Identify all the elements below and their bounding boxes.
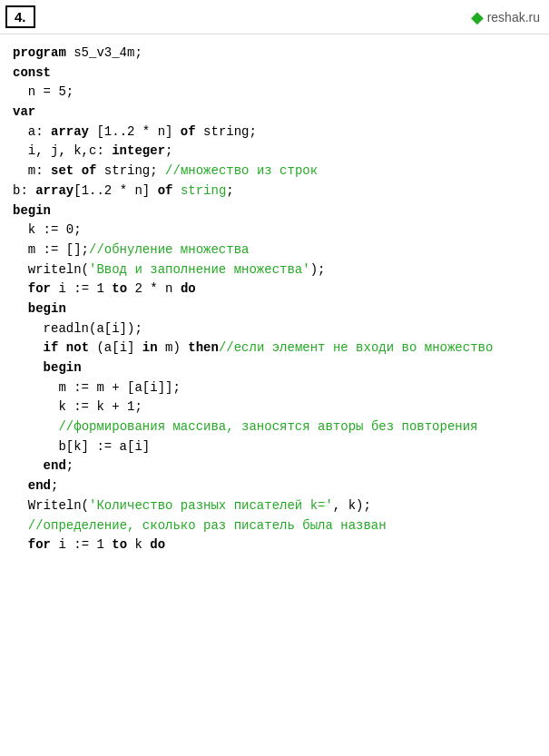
code-token: end <box>28 478 51 493</box>
code-line: k := k + 1; <box>13 398 536 417</box>
code-token: to <box>112 537 127 552</box>
code-token: k := 0; <box>13 222 82 237</box>
code-token: program <box>13 45 66 60</box>
code-token: m := []; <box>13 242 89 257</box>
code-token: [1..2 * n] <box>89 124 181 139</box>
code-line: end; <box>13 457 536 476</box>
code-line: n = 5; <box>13 83 536 103</box>
code-token: //если элемент не входи во множество <box>219 340 493 355</box>
code-token: then <box>188 340 219 355</box>
code-token: (a[i] <box>89 340 142 355</box>
code-token: m := m + [a[i]]; <box>13 380 181 395</box>
code-token: writeln( <box>13 262 89 277</box>
code-token: Writeln( <box>13 498 89 513</box>
code-line: m := [];//обнуление множества <box>13 241 536 260</box>
code-token: string <box>181 183 226 198</box>
code-token: end <box>44 458 66 473</box>
code-token: for <box>28 537 51 552</box>
code-token: ; <box>165 143 172 158</box>
code-token: //обнуление множества <box>89 242 249 257</box>
code-token: ; <box>51 478 58 493</box>
code-token: ; <box>226 183 233 198</box>
code-token: to <box>112 281 127 296</box>
code-line: var <box>13 103 536 123</box>
code-line: k := 0; <box>13 221 536 241</box>
code-line: const <box>13 64 536 83</box>
code-token: var <box>13 104 35 119</box>
page-header: 4. ◆ reshak.ru <box>0 0 549 34</box>
code-token: i := 1 <box>51 537 112 552</box>
code-line: m := m + [a[i]]; <box>13 378 536 398</box>
code-line: //определение, сколько раз писатель была… <box>13 516 536 536</box>
code-line: for i := 1 to k do <box>13 535 536 555</box>
code-token: i, j, k,c: <box>13 143 112 158</box>
code-token: k <box>127 537 150 552</box>
code-token: ); <box>310 262 326 277</box>
code-token: in <box>142 340 158 355</box>
code-line: m: set of string; //множество из строк <box>13 162 536 182</box>
code-token <box>13 518 28 533</box>
code-token: do <box>181 281 196 296</box>
code-line: a: array [1..2 * n] of string; <box>13 123 536 142</box>
code-token: array <box>35 183 74 198</box>
code-line: end; <box>13 476 536 496</box>
code-token: 2 * n <box>127 281 181 296</box>
code-token <box>58 340 65 355</box>
code-token: i := 1 <box>51 281 112 296</box>
code-token <box>13 281 28 296</box>
code-line: for i := 1 to 2 * n do <box>13 280 536 299</box>
code-token: set <box>51 163 74 178</box>
code-token: b: <box>13 183 35 198</box>
site-name: reshak.ru <box>487 10 540 25</box>
code-token <box>13 419 58 434</box>
code-token: [1..2 * n] <box>74 183 157 198</box>
code-token: integer <box>112 143 165 158</box>
code-token: m) <box>158 340 189 355</box>
code-line: i, j, k,c: integer; <box>13 142 536 162</box>
code-token: 'Ввод и заполнение множества' <box>89 262 310 277</box>
code-token <box>13 301 28 316</box>
code-token <box>13 478 28 493</box>
code-line: begin <box>13 299 536 319</box>
code-token: k := k + 1; <box>13 399 142 414</box>
site-logo: ◆ reshak.ru <box>471 7 540 27</box>
code-token: const <box>13 65 51 80</box>
code-token <box>13 458 44 473</box>
code-token: begin <box>28 301 66 316</box>
code-token: of <box>181 124 196 139</box>
code-token: ; <box>66 458 74 473</box>
code-line: program s5_v3_4m; <box>13 44 536 64</box>
code-block: program s5_v3_4m;const n = 5;var a: arra… <box>0 34 549 565</box>
code-token: b[k] := a[i] <box>13 439 150 454</box>
code-token: do <box>150 537 165 552</box>
code-token: if <box>44 340 59 355</box>
code-line: writeln('Ввод и заполнение множества'); <box>13 260 536 280</box>
code-token: of <box>158 183 173 198</box>
code-token <box>74 163 81 178</box>
code-line: readln(a[i]); <box>13 319 536 339</box>
code-token: begin <box>13 203 51 218</box>
code-token: m: <box>13 163 51 178</box>
code-token: //формирования массива, заносятся авторы… <box>58 419 477 434</box>
code-token: begin <box>44 360 82 375</box>
code-line: //формирования массива, заносятся авторы… <box>13 417 536 437</box>
code-line: begin <box>13 201 536 221</box>
code-token <box>13 340 44 355</box>
code-token <box>13 360 44 375</box>
code-token: , k); <box>333 498 371 513</box>
code-token: string; <box>196 124 257 139</box>
code-token: n = 5; <box>13 84 74 99</box>
code-token: //определение, сколько раз писатель была… <box>28 518 387 533</box>
code-token: s5_v3_4m; <box>66 45 142 60</box>
code-token: readln(a[i]); <box>13 321 142 336</box>
code-token: not <box>66 340 89 355</box>
code-line: b[k] := a[i] <box>13 437 536 457</box>
code-token: //множество из строк <box>165 163 318 178</box>
code-token <box>172 183 180 198</box>
task-number: 4. <box>5 5 35 28</box>
code-line: if not (a[i] in m) then//если элемент не… <box>13 339 536 358</box>
code-token: 'Количество разных писателей k=' <box>89 498 333 513</box>
code-token: a: <box>13 124 51 139</box>
code-token: for <box>28 281 51 296</box>
code-token: of <box>82 163 97 178</box>
